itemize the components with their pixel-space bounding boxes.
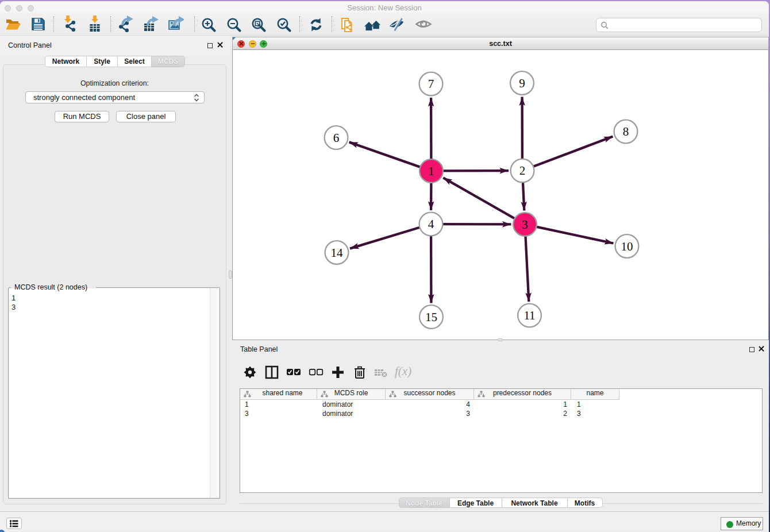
svg-text:6: 6 bbox=[333, 131, 340, 145]
svg-text:14: 14 bbox=[331, 246, 344, 260]
svg-text:8: 8 bbox=[623, 125, 629, 138]
svg-text:10: 10 bbox=[621, 240, 633, 253]
svg-text:3: 3 bbox=[522, 218, 528, 232]
svg-text:9: 9 bbox=[519, 76, 525, 90]
svg-text:11: 11 bbox=[523, 309, 535, 322]
svg-text:4: 4 bbox=[428, 217, 434, 231]
svg-text:15: 15 bbox=[425, 310, 437, 324]
svg-text:7: 7 bbox=[428, 77, 434, 91]
svg-text:1: 1 bbox=[428, 164, 434, 178]
svg-text:2: 2 bbox=[519, 164, 526, 178]
